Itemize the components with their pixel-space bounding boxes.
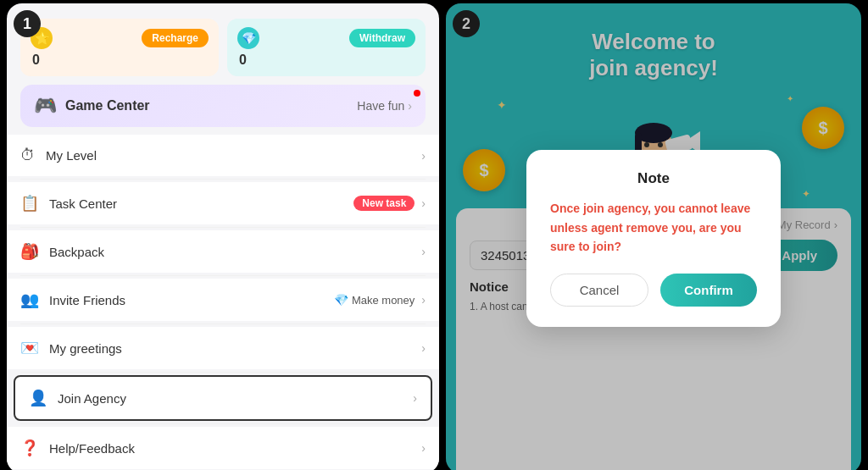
menu-item-help-feedback[interactable]: ❓ Help/Feedback › <box>7 427 439 469</box>
withdraw-button[interactable]: Withdraw <box>349 29 415 47</box>
join-agency-chevron: › <box>413 391 417 405</box>
my-greetings-label: My greetings <box>49 341 122 356</box>
step-badge-1: 1 <box>14 10 41 37</box>
help-feedback-icon: ❓ <box>20 439 39 457</box>
game-center-icon: 🎮 <box>34 95 57 117</box>
invite-friends-chevron: › <box>421 293 426 307</box>
my-level-chevron: › <box>421 149 426 163</box>
modal-actions: Cancel Confirm <box>550 274 757 307</box>
game-center-action: Have fun › <box>357 99 412 113</box>
menu-item-my-level[interactable]: ⏱ My Level › <box>7 135 439 176</box>
menu-list: ⏱ My Level › 📋 Task Center New task › <box>7 132 439 470</box>
menu-item-backpack[interactable]: 🎒 Backpack › <box>7 230 439 273</box>
modal-body: Once join agency, you cannot leave unles… <box>550 199 757 256</box>
gem-icon: 💎 <box>237 27 259 49</box>
notification-dot <box>414 90 420 97</box>
task-center-icon: 📋 <box>20 194 39 213</box>
my-greetings-chevron: › <box>421 341 426 355</box>
confirm-button[interactable]: Confirm <box>660 274 757 307</box>
task-center-label: Task Center <box>49 196 117 211</box>
new-task-badge: New task <box>353 196 415 211</box>
backpack-icon: 🎒 <box>20 242 39 261</box>
invite-friends-label: Invite Friends <box>49 293 125 307</box>
gem-wallet-card: 💎 Withdraw 0 <box>227 19 426 76</box>
coin-amount: 0 <box>31 53 209 68</box>
help-feedback-chevron: › <box>421 441 426 455</box>
backpack-label: Backpack <box>49 245 104 259</box>
modal-box: Note Once join agency, you cannot leave … <box>526 150 781 326</box>
join-agency-label: Join Agency <box>58 391 126 406</box>
cancel-button[interactable]: Cancel <box>550 274 648 307</box>
wallet-row: ⭐ Recharge 0 💎 Withdraw 0 <box>20 19 426 76</box>
panel-1: 1 ⭐ Recharge 0 💎 Withdraw 0 🎮 <box>7 3 439 470</box>
task-center-chevron: › <box>421 196 426 210</box>
join-agency-icon: 👤 <box>29 389 47 407</box>
my-level-icon: ⏱ <box>20 147 36 164</box>
coin-wallet-card: ⭐ Recharge 0 <box>20 19 219 76</box>
gem-amount: 0 <box>237 53 415 68</box>
menu-item-invite-friends[interactable]: 👥 Invite Friends 💎 Make money › <box>7 279 439 321</box>
modal-overlay: Note Once join agency, you cannot leave … <box>446 3 861 470</box>
panel-2: 2 Welcome to join agency! $ <box>446 3 861 470</box>
my-greetings-icon: 💌 <box>20 339 39 357</box>
menu-item-join-agency[interactable]: 👤 Join Agency › <box>14 375 432 421</box>
menu-item-my-greetings[interactable]: 💌 My greetings › <box>7 327 439 369</box>
help-feedback-label: Help/Feedback <box>49 441 135 456</box>
backpack-chevron: › <box>421 245 426 258</box>
recharge-button[interactable]: Recharge <box>142 29 209 47</box>
modal-title: Note <box>550 170 757 187</box>
game-center-label: Game Center <box>65 98 150 113</box>
invite-friends-icon: 👥 <box>20 290 39 309</box>
game-center-item[interactable]: 🎮 Game Center Have fun › <box>20 85 426 127</box>
make-money-badge: 💎 Make money <box>334 293 415 307</box>
my-level-label: My Level <box>46 148 97 163</box>
menu-item-task-center[interactable]: 📋 Task Center New task › <box>7 182 439 224</box>
